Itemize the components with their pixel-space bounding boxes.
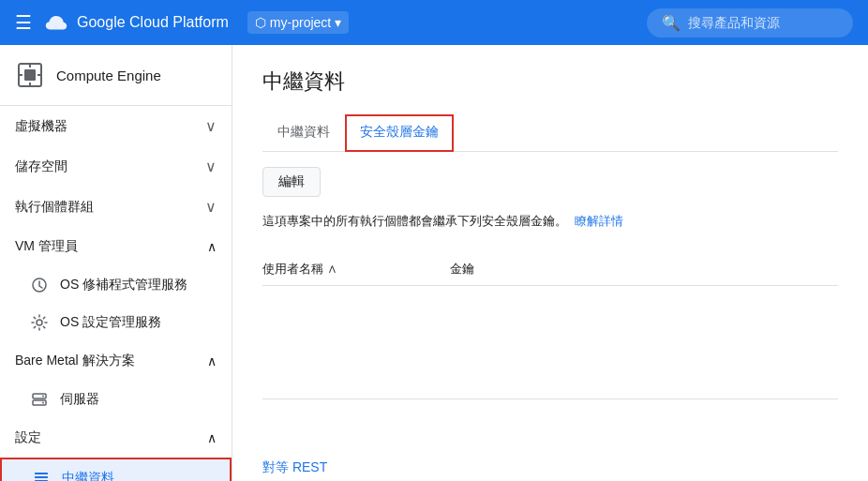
menu-icon[interactable]: ☰ (15, 11, 32, 34)
metadata-icon (32, 469, 51, 481)
project-selector[interactable]: ⬡ my-project ▾ (247, 11, 349, 34)
sidebar-section-settings[interactable]: 設定 ∧ (0, 418, 232, 458)
tab-bar: 中繼資料 安全殼層金鑰 (262, 114, 838, 152)
svg-rect-13 (35, 476, 48, 478)
sidebar-item-os-patch[interactable]: OS 修補程式管理服務 (0, 266, 232, 304)
sidebar-item-vms-label: 虛擬機器 (15, 118, 67, 135)
col-username[interactable]: 使用者名稱 ∧ (262, 261, 450, 278)
sidebar-item-instance-groups[interactable]: 執行個體群組 ∨ (0, 187, 232, 227)
svg-point-10 (42, 396, 44, 398)
google-cloud-logo-icon (43, 13, 69, 32)
sidebar-item-os-patch-label: OS 修補程式管理服務 (60, 277, 187, 293)
sidebar-item-metadata-label: 中繼資料 (62, 470, 114, 481)
sidebar-service-title: Compute Engine (56, 68, 161, 83)
compute-engine-icon (15, 60, 45, 90)
chevron-down-icon: ∨ (205, 158, 217, 175)
main-content: 中繼資料 中繼資料 安全殼層金鑰 編輯 這項專案中的所有執行個體都會繼承下列安全… (232, 45, 868, 481)
app-logo: Google Cloud Platform (43, 13, 229, 32)
sidebar-item-bare-metal[interactable]: Bare Metal 解決方案 ∧ (0, 341, 232, 381)
page-title: 中繼資料 (262, 68, 838, 96)
project-name: my-project (270, 15, 331, 30)
sidebar-item-servers[interactable]: 伺服器 (0, 381, 232, 418)
sidebar-item-storage[interactable]: 儲存空間 ∨ (0, 146, 232, 187)
rest-link[interactable]: 對等 REST (262, 459, 327, 476)
sidebar-item-vm-admin[interactable]: VM 管理員 ∧ (0, 227, 232, 266)
sidebar-item-bare-metal-label: Bare Metal 解決方案 (15, 353, 135, 369)
sidebar-item-instance-groups-label: 執行個體群組 (15, 199, 94, 216)
sidebar-section-settings-label: 設定 (15, 429, 41, 446)
svg-rect-12 (35, 473, 48, 474)
sidebar-item-vms[interactable]: 虛擬機器 ∨ (0, 106, 232, 146)
edit-button[interactable]: 編輯 (262, 167, 321, 197)
os-config-icon (30, 313, 49, 332)
search-input[interactable] (688, 15, 838, 30)
sidebar: Compute Engine 虛擬機器 ∨ 儲存空間 ∨ 執行個體群組 ∨ VM… (0, 45, 232, 481)
rest-section: 對等 REST (262, 414, 838, 476)
svg-point-11 (42, 402, 44, 404)
table-divider (262, 398, 838, 399)
table-header: 使用者名稱 ∧ 金鑰 (262, 253, 838, 286)
app-header: ☰ Google Cloud Platform ⬡ my-project ▾ 🔍 (0, 0, 868, 45)
svg-rect-1 (24, 69, 36, 81)
col-key: 金鑰 (450, 261, 474, 278)
sidebar-item-servers-label: 伺服器 (60, 391, 99, 408)
tab-ssh-keys[interactable]: 安全殼層金鑰 (345, 114, 454, 152)
info-text: 這項專案中的所有執行個體都會繼承下列安全殼層金鑰。 瞭解詳情 (262, 212, 838, 231)
chevron-down-icon: ∨ (205, 198, 217, 216)
platform-name: Google Cloud Platform (77, 14, 229, 31)
search-bar[interactable]: 🔍 (647, 8, 853, 38)
chevron-up-icon-3: ∧ (207, 430, 217, 445)
sidebar-nav: 虛擬機器 ∨ 儲存空間 ∨ 執行個體群組 ∨ VM 管理員 ∧ (0, 106, 232, 481)
sidebar-header: Compute Engine (0, 45, 232, 106)
svg-point-7 (37, 320, 42, 325)
sidebar-item-vm-admin-label: VM 管理員 (15, 238, 78, 255)
tab-metadata[interactable]: 中繼資料 (262, 114, 345, 152)
chevron-down-icon: ∨ (205, 117, 217, 135)
server-icon (30, 390, 49, 409)
chevron-up-icon-2: ∧ (207, 353, 217, 368)
learn-more-link[interactable]: 瞭解詳情 (575, 214, 623, 228)
search-icon: 🔍 (662, 14, 681, 32)
os-patch-icon (30, 276, 49, 294)
chevron-up-icon: ∧ (207, 239, 217, 254)
sidebar-item-os-config[interactable]: OS 設定管理服務 (0, 304, 232, 341)
sidebar-item-metadata[interactable]: 中繼資料 (0, 458, 232, 481)
sidebar-item-storage-label: 儲存空間 (15, 158, 67, 175)
sidebar-item-os-config-label: OS 設定管理服務 (60, 314, 161, 331)
